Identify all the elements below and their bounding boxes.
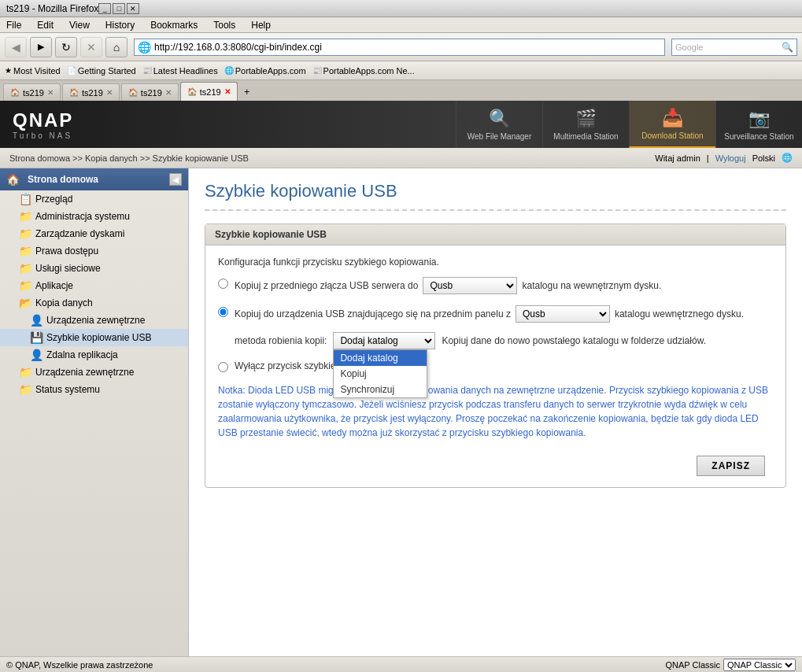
sidebar-home-label[interactable]: Strona domowa bbox=[28, 174, 98, 185]
usb-icon: 💾 bbox=[30, 331, 43, 344]
bookmark-label: Most Visited bbox=[13, 66, 61, 76]
option-row-1: Kopiuj z przedniego złącza USB serwera d… bbox=[218, 277, 773, 294]
bookmark-label: PortableApps.com bbox=[235, 66, 306, 76]
bookmark-label: Getting Started bbox=[78, 66, 136, 76]
lang-label: Polski bbox=[752, 153, 775, 163]
method-row: metoda robienia kopii: Dodaj katalog Kop… bbox=[235, 332, 773, 349]
bookmark-portableapps-ne[interactable]: 📰 PortableApps.com Ne... bbox=[312, 66, 415, 76]
forward-button[interactable]: ▶ bbox=[30, 37, 52, 57]
nav-multimedia-station[interactable]: 🎬 Multimedia Station bbox=[542, 101, 629, 148]
folder-open-icon: 📂 bbox=[19, 297, 32, 309]
sidebar-item-label: Urządzenia zewnętrzne bbox=[35, 367, 134, 378]
reload-button[interactable]: ↻ bbox=[55, 37, 77, 57]
search-bar[interactable]: Google 🔍 bbox=[671, 39, 797, 56]
new-tab-button[interactable]: + bbox=[239, 83, 255, 101]
menu-edit[interactable]: Edit bbox=[34, 18, 57, 32]
address-bar[interactable]: 🌐 http://192.168.0.3:8080/cgi-bin/index.… bbox=[134, 39, 665, 56]
sidebar-item-zdalna[interactable]: 👤 Zdalna replikacja bbox=[0, 346, 188, 364]
status-right: QNAP Classic QNAP Classic bbox=[666, 659, 796, 671]
title-bar: ts219 - Mozilla Firefox _ □ ✕ bbox=[0, 0, 802, 17]
tab-close-1[interactable]: ✕ bbox=[47, 88, 54, 97]
sidebar-item-administracja[interactable]: 📁 Administracja systemu bbox=[0, 208, 188, 225]
option-row-2: Kopiuj do urządzenia USB znajdującego si… bbox=[218, 305, 773, 349]
bookmark-most-visited[interactable]: ★ Most Visited bbox=[5, 66, 61, 76]
sidebar-item-uslugi[interactable]: 📁 Usługi sieciowe bbox=[0, 260, 188, 277]
bookmark-latest-headlines[interactable]: 📰 Latest Headlines bbox=[142, 66, 218, 76]
sidebar-item-prawa[interactable]: 📁 Prawa dostępu bbox=[0, 242, 188, 260]
sidebar-item-status[interactable]: 📁 Status systemu bbox=[0, 381, 188, 398]
menu-help[interactable]: Help bbox=[248, 18, 274, 32]
theme-label: QNAP Classic bbox=[666, 660, 720, 670]
option2-prefix: Kopiuj do urządzenia USB znajdującego si… bbox=[235, 308, 511, 319]
tab-label: ts219 bbox=[141, 88, 162, 98]
tab-close-3[interactable]: ✕ bbox=[165, 88, 172, 97]
sidebar-item-kopia[interactable]: 📂 Kopia danych bbox=[0, 294, 188, 312]
tab-3[interactable]: 🏠 ts219 ✕ bbox=[121, 83, 179, 101]
home-button[interactable]: ⌂ bbox=[105, 37, 128, 57]
save-row: ZAPISZ bbox=[218, 456, 773, 476]
minimize-button[interactable]: _ bbox=[98, 3, 111, 14]
maximize-button[interactable]: □ bbox=[113, 3, 125, 14]
theme-select[interactable]: QNAP Classic bbox=[723, 659, 796, 671]
menu-file[interactable]: File bbox=[3, 18, 24, 32]
method-option-dodaj[interactable]: Dodaj katalog bbox=[334, 350, 427, 366]
bookmark-portableapps[interactable]: 🌐 PortableApps.com bbox=[224, 66, 306, 76]
option3-radio[interactable] bbox=[218, 362, 228, 372]
tab-4[interactable]: 🏠 ts219 ✕ bbox=[180, 82, 238, 101]
nav-web-file-manager[interactable]: 🔍 Web File Manager bbox=[456, 101, 542, 148]
option2-dropdown[interactable]: Qusb bbox=[516, 305, 610, 323]
window-controls: _ □ ✕ bbox=[98, 3, 139, 14]
method-dropdown[interactable]: Dodaj katalog Kopiuj Synchronizuj bbox=[333, 332, 435, 349]
menu-bookmarks[interactable]: Bookmarks bbox=[147, 18, 201, 32]
sidebar-item-urzadzenia[interactable]: 📁 Urządzenia zewnętrzne bbox=[0, 364, 188, 381]
close-button[interactable]: ✕ bbox=[127, 3, 139, 14]
bookmark-getting-started[interactable]: 📄 Getting Started bbox=[67, 66, 136, 76]
stop-button[interactable]: ✕ bbox=[80, 37, 102, 57]
bookmark-label: PortableApps.com Ne... bbox=[323, 66, 415, 76]
rss2-icon: 📰 bbox=[312, 66, 322, 75]
tab-close-4[interactable]: ✕ bbox=[224, 87, 231, 96]
logout-link[interactable]: Wyloguj bbox=[715, 153, 746, 163]
menu-view[interactable]: View bbox=[66, 18, 93, 32]
home-icon: 🏠 bbox=[6, 173, 20, 186]
sidebar-item-urzadzenia-zew[interactable]: 👤 Urządzenia zewnętrzne bbox=[0, 312, 188, 329]
menu-history[interactable]: History bbox=[102, 18, 138, 32]
nav-surveillance-station[interactable]: 📷 Surveillance Station bbox=[715, 101, 802, 148]
sidebar-item-label: Urządzenia zewnętrzne bbox=[46, 315, 145, 326]
camera-icon: 📷 bbox=[748, 109, 770, 129]
welcome-text: Witaj admin bbox=[655, 153, 700, 163]
option1-dropdown[interactable]: Qusb bbox=[423, 277, 517, 294]
sidebar-item-zarzadzanie[interactable]: 📁 Zarządzanie dyskami bbox=[0, 225, 188, 242]
status-left: © QNAP, Wszelkie prawa zastrzeżone bbox=[6, 660, 153, 670]
tab-1[interactable]: 🏠 ts219 ✕ bbox=[3, 83, 61, 101]
config-desc: Konfiguracja funkcji przycisku szybkiego… bbox=[218, 257, 773, 268]
breadcrumb-bar: Strona domowa >> Kopia danych >> Szybkie… bbox=[0, 148, 802, 168]
tab-close-2[interactable]: ✕ bbox=[106, 88, 113, 97]
method-option-kopiuj[interactable]: Kopiuj bbox=[334, 366, 427, 382]
bookmarks-bar: ★ Most Visited 📄 Getting Started 📰 Lates… bbox=[0, 61, 802, 80]
content-area: Szybkie kopiowanie USB Szybkie kopiowani… bbox=[189, 168, 802, 656]
tab-label: ts219 bbox=[23, 88, 44, 98]
method-option-synchronizuj[interactable]: Synchronizuj bbox=[334, 382, 427, 397]
page-title: Szybkie kopiowanie USB bbox=[205, 181, 786, 211]
search-icon[interactable]: 🔍 bbox=[782, 42, 793, 53]
option1-suffix: katalogu na wewnętrznym dysku. bbox=[522, 280, 661, 291]
folder-icon: 📁 bbox=[19, 279, 32, 292]
option2-radio[interactable] bbox=[218, 307, 228, 317]
sidebar-collapse-button[interactable]: ◀ bbox=[169, 173, 182, 186]
save-button[interactable]: ZAPISZ bbox=[697, 456, 765, 476]
method-label: metoda robienia kopii: bbox=[235, 335, 327, 346]
separator: | bbox=[707, 153, 709, 163]
menu-tools[interactable]: Tools bbox=[210, 18, 238, 32]
copy-info: Kopiuj dane do nowo powstałego katalogu … bbox=[442, 335, 706, 346]
sidebar-item-aplikacje[interactable]: 📁 Aplikacje bbox=[0, 277, 188, 294]
globe-icon: 🌐 bbox=[224, 66, 234, 75]
option2-label: Kopiuj do urządzenia USB znajdującego si… bbox=[235, 305, 773, 349]
method-dropdown-wrapper: Dodaj katalog Kopiuj Synchronizuj Dodaj … bbox=[333, 332, 435, 349]
sidebar-item-przeglad[interactable]: 📋 Przegląd bbox=[0, 190, 188, 208]
option1-radio[interactable] bbox=[218, 279, 228, 289]
tab-2[interactable]: 🏠 ts219 ✕ bbox=[62, 83, 120, 101]
back-button[interactable]: ◀ bbox=[5, 37, 27, 57]
nav-download-station[interactable]: 📥 Download Station bbox=[629, 101, 715, 148]
sidebar-item-szybkie[interactable]: 💾 Szybkie kopiowanie USB bbox=[0, 329, 188, 346]
